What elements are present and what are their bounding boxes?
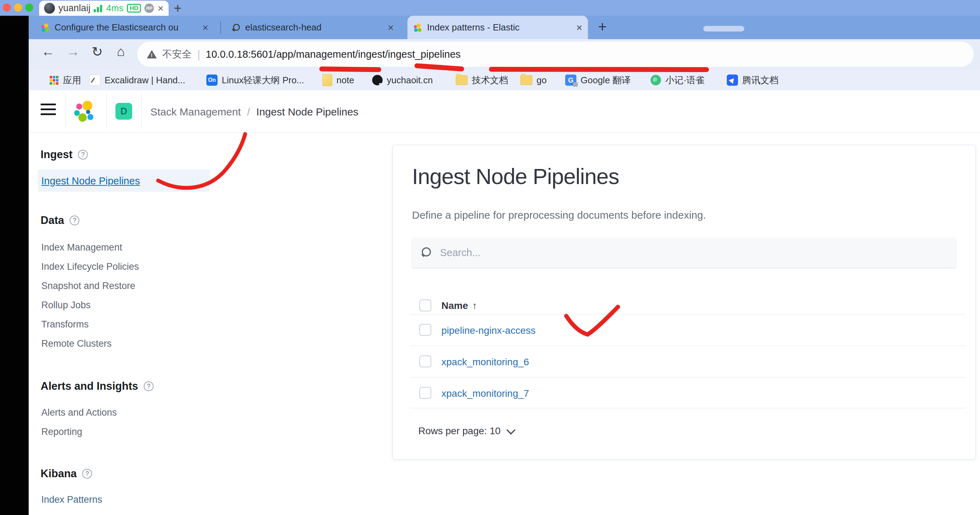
row-checkbox[interactable] [419,324,431,336]
row-checkbox[interactable] [419,356,431,367]
not-secure-warning-icon[interactable]: ! [147,50,157,58]
ingest-pipelines-panel [393,145,976,460]
header-separator [141,94,142,129]
menu-hamburger-icon[interactable] [41,104,56,115]
browser-tab-elasticsearch-output[interactable]: Configure the Elasticsearch ou × [35,16,214,39]
bookmark-tech-docs[interactable]: 技术文档 [456,70,508,90]
home-button[interactable]: ⌂ [117,44,125,59]
rows-per-page-selector[interactable]: Rows per page: 10 [418,426,513,437]
bookmark-tencent-docs[interactable]: 腾讯文档 [727,70,778,90]
header-separator [106,94,107,129]
sort-ascending-icon: ↑ [472,300,477,311]
folder-icon [520,75,532,85]
security-label: 不安全 [162,48,192,61]
table-divider [410,408,966,408]
bookmark-yuque[interactable]: 小记·语雀 [651,70,705,90]
search-icon [420,247,432,258]
page-subtitle: Define a pipeline for preprocessing docu… [412,209,706,221]
row-checkbox[interactable] [419,387,431,399]
forward-button[interactable]: → [67,44,80,59]
window-maximize-button[interactable] [25,3,33,11]
sidebar-item-index-management[interactable]: Index Management [41,242,122,253]
bookmarks-bar: 应用 Excalidraw | Hand... On Linux轻课大纲 Pro… [29,70,980,91]
tab-close-icon[interactable]: × [202,22,208,33]
pipeline-link-xpack-monitoring-6[interactable]: xpack_monitoring_6 [441,357,529,368]
header-separator [65,94,65,129]
window-close-button[interactable] [3,3,11,11]
bookmark-yuchaoit[interactable]: yuchaoit.cn [372,70,433,90]
elastic-logo[interactable] [74,101,95,123]
help-icon[interactable]: ? [82,469,92,478]
elasticsearch-head-favicon [231,23,240,32]
url-text[interactable]: 10.0.0.18:5601/app/management/ingest/ing… [206,49,461,60]
address-bar[interactable]: ! 不安全 | 10.0.0.18:5601/app/management/in… [137,41,974,67]
sidebar-item-ingest-node-pipelines[interactable]: Ingest Node Pipelines [41,175,140,187]
help-icon[interactable]: ? [144,381,154,391]
signal-bars-icon [94,5,103,12]
table-divider [410,346,966,346]
bookmark-note[interactable]: note [323,70,354,90]
window-tab[interactable]: yuanlaijiaoyu 4ms HD RP × [39,1,169,16]
left-black-strip [0,16,29,515]
space-avatar[interactable]: D [115,103,132,120]
yuque-icon [651,75,661,85]
tab-separator [220,21,221,34]
pipeline-link-xpack-monitoring-7[interactable]: xpack_monitoring_7 [441,388,529,399]
tab-close-icon[interactable]: × [576,22,582,33]
sidebar-item-snapshot-and-restore[interactable]: Snapshot and Restore [41,281,135,292]
sidebar-item-index-lifecycle-policies[interactable]: Index Lifecycle Policies [41,261,139,272]
back-button[interactable]: ← [41,44,54,59]
reload-button[interactable]: ↻ [92,44,103,59]
tab-close-icon[interactable]: × [388,22,394,33]
tencent-docs-icon [727,75,738,86]
hd-badge: HD [127,4,141,13]
breadcrumb-separator: / [247,106,250,118]
rp-badge: RP [145,3,154,13]
help-icon[interactable]: ? [70,215,80,225]
screen: yuanlaijiaoyu 4ms HD RP × + Configure th… [0,0,980,515]
pipeline-search-box[interactable] [411,238,957,268]
browser-toolbar: ← → ↻ ⌂ ! 不安全 | 10.0.0.18:5601/app/manag… [29,39,980,70]
window-new-tab-button[interactable]: + [174,1,181,16]
browser-tab-elasticsearch-head[interactable]: elasticsearch-head × [226,16,399,39]
sidebar-section-ingest: Ingest ? [41,148,88,161]
bookmark-excalidraw[interactable]: Excalidraw | Hand... [89,70,185,90]
browser-new-tab-button[interactable]: + [598,19,607,35]
window-minimize-button[interactable] [14,3,22,11]
breadcrumb: Stack Management / Ingest Node Pipelines [150,106,358,118]
sidebar-item-rollup-jobs[interactable]: Rollup Jobs [41,300,91,311]
globe-icon [372,75,383,85]
search-input[interactable] [439,247,948,259]
browser-tabstrip: Configure the Elasticsearch ou × elastic… [29,16,980,39]
bookmark-google-translate[interactable]: G Google 翻译 [565,70,631,90]
pipeline-link-nginx-access[interactable]: pipeline-nginx-access [441,325,536,336]
sidebar-item-index-patterns[interactable]: Index Patterns [41,494,102,505]
window-tab-close-icon[interactable]: × [158,3,164,14]
sidebar-item-remote-clusters[interactable]: Remote Clusters [41,338,111,349]
sidebar-item-transforms[interactable]: Transforms [41,319,89,330]
google-translate-icon: G [565,75,576,86]
window-tab-title: yuanlaijiaoyu [59,3,90,14]
breadcrumb-stack-management[interactable]: Stack Management [150,106,241,118]
sidebar-section-data: Data ? [41,214,80,227]
note-icon [323,74,332,86]
window-titlebar: yuanlaijiaoyu 4ms HD RP × + [0,0,980,16]
sidebar-item-alerts-and-actions[interactable]: Alerts and Actions [41,407,117,418]
elastic-favicon [41,23,50,32]
bookmark-apps[interactable]: 应用 [49,70,81,90]
select-all-checkbox[interactable] [419,300,431,311]
excalidraw-icon [89,75,100,86]
bookmark-go[interactable]: go [520,70,547,90]
name-column-header[interactable]: Name ↑ [441,300,477,311]
help-icon[interactable]: ? [78,150,88,159]
folder-icon [456,75,468,85]
elastic-favicon [413,23,422,32]
sidebar-item-reporting[interactable]: Reporting [41,426,82,437]
browser-tab-index-patterns-active[interactable]: Index patterns - Elastic × [407,16,588,39]
page-title: Ingest Node Pipelines [412,164,619,189]
sidebar-section-alerts-and-insights: Alerts and Insights ? [41,380,154,392]
sidebar-section-kibana: Kibana ? [41,467,92,480]
avatar [44,3,55,14]
bookmark-linux-course[interactable]: On Linux轻课大纲 Pro... [206,70,304,90]
table-divider [410,314,966,315]
